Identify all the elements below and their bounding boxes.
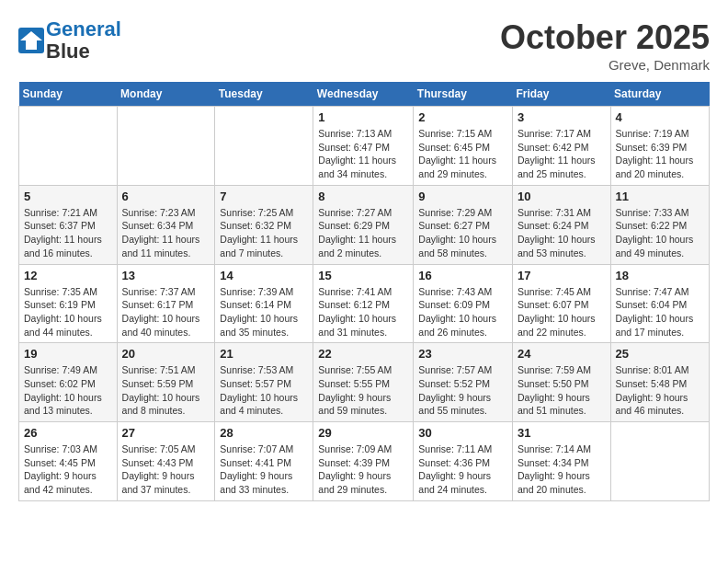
calendar-cell: 20Sunrise: 7:51 AM Sunset: 5:59 PM Dayli… — [117, 343, 215, 422]
calendar-cell: 13Sunrise: 7:37 AM Sunset: 6:17 PM Dayli… — [117, 264, 215, 343]
day-info: Sunrise: 7:27 AM Sunset: 6:29 PM Dayligh… — [318, 206, 408, 260]
calendar-week-row: 1Sunrise: 7:13 AM Sunset: 6:47 PM Daylig… — [19, 107, 710, 186]
calendar-cell: 1Sunrise: 7:13 AM Sunset: 6:47 PM Daylig… — [313, 107, 414, 186]
page-header: General Blue October 2025 Greve, Denmark — [18, 18, 710, 73]
calendar-week-row: 12Sunrise: 7:35 AM Sunset: 6:19 PM Dayli… — [19, 264, 710, 343]
calendar-cell: 11Sunrise: 7:33 AM Sunset: 6:22 PM Dayli… — [610, 185, 709, 264]
day-number: 10 — [518, 190, 606, 203]
calendar-cell: 8Sunrise: 7:27 AM Sunset: 6:29 PM Daylig… — [313, 185, 414, 264]
weekday-header: Wednesday — [313, 82, 414, 107]
calendar-cell: 2Sunrise: 7:15 AM Sunset: 6:45 PM Daylig… — [414, 107, 513, 186]
calendar-cell: 27Sunrise: 7:05 AM Sunset: 4:43 PM Dayli… — [117, 422, 215, 501]
day-number: 22 — [318, 347, 408, 361]
calendar-cell — [117, 107, 215, 186]
logo-icon — [18, 28, 44, 53]
day-info: Sunrise: 7:43 AM Sunset: 6:09 PM Dayligh… — [418, 285, 507, 339]
calendar-header-row: SundayMondayTuesdayWednesdayThursdayFrid… — [19, 82, 710, 107]
day-info: Sunrise: 7:31 AM Sunset: 6:24 PM Dayligh… — [518, 206, 606, 260]
calendar-cell: 4Sunrise: 7:19 AM Sunset: 6:39 PM Daylig… — [610, 107, 709, 186]
day-info: Sunrise: 7:23 AM Sunset: 6:34 PM Dayligh… — [122, 206, 210, 260]
calendar-cell: 23Sunrise: 7:57 AM Sunset: 5:52 PM Dayli… — [414, 343, 513, 422]
weekday-header: Saturday — [610, 82, 709, 107]
day-number: 16 — [418, 269, 507, 282]
calendar-cell: 21Sunrise: 7:53 AM Sunset: 5:57 PM Dayli… — [215, 343, 313, 422]
day-info: Sunrise: 7:07 AM Sunset: 4:41 PM Dayligh… — [220, 442, 308, 497]
day-number: 1 — [318, 110, 408, 124]
day-number: 31 — [518, 426, 606, 440]
calendar-cell: 9Sunrise: 7:29 AM Sunset: 6:27 PM Daylig… — [414, 185, 513, 264]
day-number: 24 — [518, 347, 606, 361]
day-number: 23 — [418, 347, 507, 361]
day-info: Sunrise: 7:11 AM Sunset: 4:36 PM Dayligh… — [418, 442, 507, 497]
day-info: Sunrise: 8:01 AM Sunset: 5:48 PM Dayligh… — [616, 363, 704, 418]
day-number: 27 — [122, 426, 210, 440]
weekday-header: Friday — [512, 82, 610, 107]
day-number: 20 — [122, 347, 210, 361]
calendar-cell: 5Sunrise: 7:21 AM Sunset: 6:37 PM Daylig… — [19, 185, 118, 264]
calendar-cell: 10Sunrise: 7:31 AM Sunset: 6:24 PM Dayli… — [512, 185, 610, 264]
calendar-cell: 12Sunrise: 7:35 AM Sunset: 6:19 PM Dayli… — [19, 264, 118, 343]
day-info: Sunrise: 7:47 AM Sunset: 6:04 PM Dayligh… — [616, 285, 704, 339]
day-info: Sunrise: 7:39 AM Sunset: 6:14 PM Dayligh… — [220, 285, 308, 339]
day-info: Sunrise: 7:53 AM Sunset: 5:57 PM Dayligh… — [220, 363, 308, 418]
day-number: 13 — [122, 269, 210, 282]
day-info: Sunrise: 7:03 AM Sunset: 4:45 PM Dayligh… — [24, 442, 112, 497]
calendar-cell — [19, 107, 118, 186]
day-number: 9 — [418, 190, 507, 203]
day-info: Sunrise: 7:57 AM Sunset: 5:52 PM Dayligh… — [418, 363, 507, 418]
calendar-cell: 29Sunrise: 7:09 AM Sunset: 4:39 PM Dayli… — [313, 422, 414, 501]
day-info: Sunrise: 7:15 AM Sunset: 6:45 PM Dayligh… — [418, 127, 507, 181]
month-title: October 2025 — [500, 18, 710, 57]
location: Greve, Denmark — [500, 57, 710, 73]
calendar-cell: 24Sunrise: 7:59 AM Sunset: 5:50 PM Dayli… — [512, 343, 610, 422]
day-number: 4 — [616, 110, 704, 124]
day-number: 6 — [122, 190, 210, 203]
day-number: 30 — [418, 426, 507, 440]
calendar-cell — [215, 107, 313, 186]
calendar-week-row: 26Sunrise: 7:03 AM Sunset: 4:45 PM Dayli… — [19, 422, 710, 501]
calendar-cell: 30Sunrise: 7:11 AM Sunset: 4:36 PM Dayli… — [414, 422, 513, 501]
day-info: Sunrise: 7:35 AM Sunset: 6:19 PM Dayligh… — [24, 285, 112, 339]
day-info: Sunrise: 7:45 AM Sunset: 6:07 PM Dayligh… — [518, 285, 606, 339]
day-number: 14 — [220, 269, 308, 282]
day-info: Sunrise: 7:09 AM Sunset: 4:39 PM Dayligh… — [318, 442, 408, 497]
logo-text: General Blue — [46, 18, 121, 63]
calendar-table: SundayMondayTuesdayWednesdayThursdayFrid… — [18, 82, 710, 501]
day-info: Sunrise: 7:29 AM Sunset: 6:27 PM Dayligh… — [418, 206, 507, 260]
calendar-cell: 16Sunrise: 7:43 AM Sunset: 6:09 PM Dayli… — [414, 264, 513, 343]
day-number: 29 — [318, 426, 408, 440]
calendar-cell: 31Sunrise: 7:14 AM Sunset: 4:34 PM Dayli… — [512, 422, 610, 501]
day-info: Sunrise: 7:55 AM Sunset: 5:55 PM Dayligh… — [318, 363, 408, 418]
calendar-week-row: 19Sunrise: 7:49 AM Sunset: 6:02 PM Dayli… — [19, 343, 710, 422]
weekday-header: Tuesday — [215, 82, 313, 107]
day-number: 17 — [518, 269, 606, 282]
calendar-cell: 19Sunrise: 7:49 AM Sunset: 6:02 PM Dayli… — [19, 343, 118, 422]
calendar-cell: 3Sunrise: 7:17 AM Sunset: 6:42 PM Daylig… — [512, 107, 610, 186]
calendar-cell — [610, 422, 709, 501]
calendar-cell: 6Sunrise: 7:23 AM Sunset: 6:34 PM Daylig… — [117, 185, 215, 264]
day-info: Sunrise: 7:41 AM Sunset: 6:12 PM Dayligh… — [318, 285, 408, 339]
day-number: 26 — [24, 426, 112, 440]
weekday-header: Monday — [117, 82, 215, 107]
day-number: 19 — [24, 347, 112, 361]
day-info: Sunrise: 7:59 AM Sunset: 5:50 PM Dayligh… — [518, 363, 606, 418]
day-info: Sunrise: 7:37 AM Sunset: 6:17 PM Dayligh… — [122, 285, 210, 339]
title-block: October 2025 Greve, Denmark — [500, 18, 710, 73]
day-number: 8 — [318, 190, 408, 203]
day-info: Sunrise: 7:05 AM Sunset: 4:43 PM Dayligh… — [122, 442, 210, 497]
day-number: 25 — [616, 347, 704, 361]
calendar-cell: 26Sunrise: 7:03 AM Sunset: 4:45 PM Dayli… — [19, 422, 118, 501]
day-info: Sunrise: 7:14 AM Sunset: 4:34 PM Dayligh… — [518, 442, 606, 497]
calendar-week-row: 5Sunrise: 7:21 AM Sunset: 6:37 PM Daylig… — [19, 185, 710, 264]
calendar-cell: 18Sunrise: 7:47 AM Sunset: 6:04 PM Dayli… — [610, 264, 709, 343]
day-number: 28 — [220, 426, 308, 440]
day-number: 18 — [616, 269, 704, 282]
day-number: 2 — [418, 110, 507, 124]
day-info: Sunrise: 7:19 AM Sunset: 6:39 PM Dayligh… — [616, 127, 704, 181]
day-number: 3 — [518, 110, 606, 124]
calendar-cell: 25Sunrise: 8:01 AM Sunset: 5:48 PM Dayli… — [610, 343, 709, 422]
day-number: 15 — [318, 269, 408, 282]
day-number: 7 — [220, 190, 308, 203]
calendar-cell: 17Sunrise: 7:45 AM Sunset: 6:07 PM Dayli… — [512, 264, 610, 343]
day-number: 12 — [24, 269, 112, 282]
